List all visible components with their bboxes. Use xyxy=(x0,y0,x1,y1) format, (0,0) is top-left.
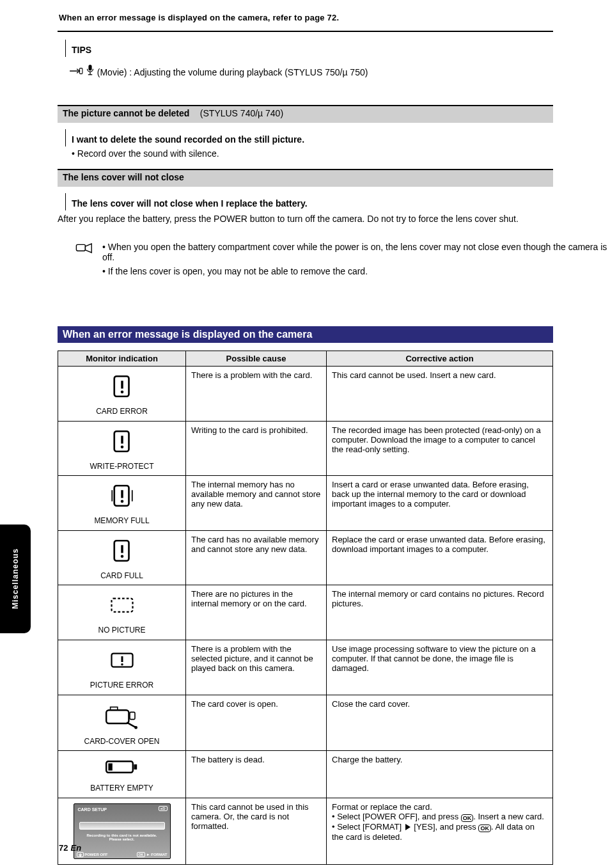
top-rule xyxy=(58,31,553,32)
qa-question: The lens cover will not close when I rep… xyxy=(72,198,308,209)
no-picture-icon xyxy=(63,592,180,620)
svg-point-18 xyxy=(120,555,123,558)
section-bar-lens-cover: The lens cover will not close xyxy=(58,169,553,187)
col-header-action: Corrective action xyxy=(327,351,553,367)
table-row: BATTERY EMPTY The battery is dead. Charg… xyxy=(58,751,553,798)
table-row: MEMORY FULL The internal memory has no a… xyxy=(58,476,553,531)
action-cell: Use image processing software to view th… xyxy=(327,640,553,695)
action-cell: Charge the battery. xyxy=(327,751,553,798)
svg-rect-28 xyxy=(134,764,137,769)
section-mark xyxy=(65,193,66,210)
qa-answer-block: After you replace the battery, press the… xyxy=(58,212,553,232)
section-bar-subtitle: (STYLUS 740/µ 740) xyxy=(198,108,283,118)
svg-rect-23 xyxy=(106,710,129,723)
noteref-icon xyxy=(69,67,86,77)
table-row: WRITE-PROTECT Writing to the card is pro… xyxy=(58,421,553,476)
tips-label: TIPS xyxy=(72,45,91,55)
qa-question: I want to delete the sound recorded on t… xyxy=(72,134,304,145)
action-cell: Replace the card or erase unwanted data.… xyxy=(327,530,553,585)
ok-button-icon: OK xyxy=(461,814,474,822)
card-error-icon xyxy=(63,373,180,402)
page-number: 72En xyxy=(59,843,81,853)
page-header: When an error message is displayed on th… xyxy=(59,13,339,22)
explanation-cell: There is a problem with the selected pic… xyxy=(186,640,327,695)
action-cell: The internal memory or card contains no … xyxy=(327,585,553,640)
action-cell: This card cannot be used. Insert a new c… xyxy=(327,367,553,422)
explanation-cell: The battery is dead. xyxy=(186,751,327,798)
error-table: Monitor indication Possible cause Correc… xyxy=(58,351,553,865)
cam-ui-title: CARD SETUP xyxy=(78,807,107,812)
cam-ui-msg-line: Please select. xyxy=(78,837,166,842)
svg-rect-24 xyxy=(110,707,117,710)
cover-open-icon xyxy=(63,702,180,732)
svg-point-15 xyxy=(120,500,123,503)
picture-error-icon xyxy=(63,647,180,675)
explanation-cell: The card cover is open. xyxy=(186,695,327,751)
svg-rect-4 xyxy=(76,244,85,251)
explanation-cell: There is a problem with the card. xyxy=(186,367,327,422)
battery-empty-icon xyxy=(63,757,180,778)
note-point: • If the lens cover is open, you may not… xyxy=(102,266,368,276)
cam-ui-footer: ⏻ POWER OFF OK ► FORMAT xyxy=(77,852,168,857)
cam-ui-ok: OK ► FORMAT xyxy=(137,852,168,857)
indication-label: PICTURE ERROR xyxy=(63,681,180,691)
tip-row: (Movie) : Adjusting the volume during pl… xyxy=(69,64,368,77)
cam-ui-msg-line: Recording to this card is not available. xyxy=(78,833,166,838)
indication-label: BATTERY EMPTY xyxy=(63,784,180,794)
cam-ui-xd-badge: xD xyxy=(159,806,168,811)
table-row: CARD-COVER OPEN The card cover is open. … xyxy=(58,695,553,751)
svg-point-7 xyxy=(120,390,123,393)
indication-label: MEMORY FULL xyxy=(63,516,180,526)
svg-rect-1 xyxy=(88,65,91,70)
section-bar-title: The picture cannot be deleted xyxy=(58,106,194,120)
qa-answer: After you replace the battery, press the… xyxy=(58,212,553,225)
tip-text: (Movie) : Adjusting the volume during pl… xyxy=(97,67,368,77)
card-setup-ui-preview: CARD SETUP xD Recording to this card is … xyxy=(74,803,171,859)
section-mark xyxy=(65,40,66,57)
side-tab: Miscellaneous xyxy=(0,525,31,633)
ok-button-icon: OK xyxy=(478,825,491,832)
table-row: NO PICTURE There are no pictures in the … xyxy=(58,585,553,640)
col-header-explanation: Possible cause xyxy=(186,351,327,367)
svg-rect-29 xyxy=(108,764,112,771)
cam-ui-message: Recording to this card is not available.… xyxy=(78,833,166,842)
side-tab-label: Miscellaneous xyxy=(11,548,20,609)
explanation-cell: Writing to the card is prohibited. xyxy=(186,421,327,476)
section-bar-cannot-delete: The picture cannot be deleted (STYLUS 74… xyxy=(58,105,553,123)
indication-label: CARD FULL xyxy=(63,571,180,581)
action-cell: Insert a card or erase unwanted data. Be… xyxy=(327,476,553,531)
table-row: CARD FULL The card has no available memo… xyxy=(58,530,553,585)
write-protect-icon xyxy=(63,428,180,457)
table-row: PICTURE ERROR There is a problem with th… xyxy=(58,640,553,695)
explanation-cell: There are no pictures in the internal me… xyxy=(186,585,327,640)
section-bar-title: The lens cover will not close xyxy=(58,170,189,184)
microphone-icon xyxy=(86,67,97,77)
section-mark xyxy=(65,129,66,146)
action-cell: The recorded image has been protected (r… xyxy=(327,421,553,476)
svg-point-10 xyxy=(120,445,123,448)
svg-point-22 xyxy=(121,663,123,666)
explanation-cell: The internal memory has no available mem… xyxy=(186,476,327,531)
play-icon xyxy=(405,824,411,830)
indication-label: CARD-COVER OPEN xyxy=(63,737,180,747)
qa-answer: • Record over the sound with silence. xyxy=(72,148,219,159)
col-header-indication: Monitor indication xyxy=(58,351,186,367)
action-cell: Format or replace the card. • Select [PO… xyxy=(327,798,553,864)
card-full-icon xyxy=(63,537,180,566)
cam-ui-highlight xyxy=(79,822,165,830)
explanation-cell: The card has no available memory and can… xyxy=(186,530,327,585)
table-row: CARD SETUP xD Recording to this card is … xyxy=(58,798,553,864)
table-row: CARD ERROR There is a problem with the c… xyxy=(58,367,553,422)
svg-rect-19 xyxy=(111,599,132,612)
svg-point-25 xyxy=(134,726,137,729)
explanation-cell: This card cannot be used in this camera.… xyxy=(186,798,327,864)
note-point: • When you open the battery compartment … xyxy=(102,242,610,262)
indication-label: WRITE-PROTECT xyxy=(63,462,180,472)
action-cell: Close the card cover. xyxy=(327,695,553,751)
indication-label: NO PICTURE xyxy=(63,626,180,636)
note-icon xyxy=(75,242,93,257)
memory-full-icon xyxy=(63,482,180,511)
svg-rect-26 xyxy=(130,712,135,719)
error-section-title: When an error message is displayed on th… xyxy=(58,326,553,343)
indication-label: CARD ERROR xyxy=(63,407,180,417)
